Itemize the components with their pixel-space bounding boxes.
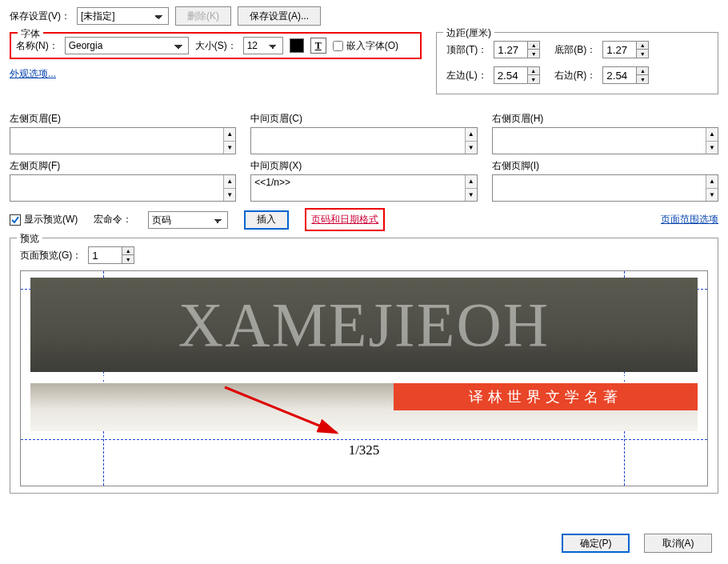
show-preview-checkbox[interactable]: 显示预览(W) (10, 213, 78, 226)
guide-horizontal (21, 439, 707, 440)
spin-up-icon[interactable]: ▲ (706, 128, 718, 142)
margin-right-spinner[interactable]: ▲▼ (602, 66, 649, 84)
font-size-select[interactable]: 12 (243, 37, 283, 54)
spin-down-icon[interactable]: ▼ (528, 50, 539, 58)
preview-footer-image: 译林世界文学名著 (30, 383, 698, 431)
preview-banner: 译林世界文学名著 (394, 383, 698, 410)
preview-canvas: XAMEJIEOH 译林世界文学名著 1/325 (20, 270, 708, 486)
center-header-input[interactable] (251, 128, 464, 154)
cancel-button[interactable]: 取消(A) (644, 534, 712, 553)
font-fieldset: 字体 名称(N)： Georgia 大小(S)： 12 T 嵌入字体(O) (10, 32, 422, 59)
embed-font-checkbox[interactable]: 嵌入字体(O) (333, 39, 398, 53)
spin-down-icon[interactable]: ▼ (122, 255, 134, 263)
preview-header-image: XAMEJIEOH (30, 278, 698, 372)
left-header-input[interactable] (10, 128, 223, 154)
right-footer-input[interactable] (493, 175, 706, 201)
spin-up-icon[interactable]: ▲ (637, 42, 648, 50)
spin-down-icon[interactable]: ▼ (637, 75, 648, 83)
right-header-input[interactable] (493, 128, 706, 154)
macro-select[interactable]: 页码 (148, 211, 228, 229)
margin-left-label: 左边(L)： (446, 69, 487, 82)
dialog-buttons: 确定(P) 取消(A) (562, 534, 712, 553)
preview-legend: 预览 (17, 232, 42, 246)
center-footer-input[interactable] (251, 175, 464, 201)
margin-right-label: 右边(R)： (554, 69, 597, 82)
margin-bottom-spinner[interactable]: ▲▼ (602, 41, 649, 58)
center-header-label: 中间页眉(C) (250, 112, 477, 126)
save-settings-select[interactable]: [未指定] (77, 7, 169, 25)
page-preview-spinner[interactable]: ▲▼ (88, 246, 134, 264)
spin-down-icon[interactable]: ▼ (706, 142, 718, 154)
spin-down-icon[interactable]: ▼ (466, 189, 477, 202)
spin-down-icon[interactable]: ▼ (466, 142, 477, 154)
insert-button[interactable]: 插入 (244, 210, 289, 230)
preview-page-number: 1/325 (21, 442, 707, 458)
page-date-format-link[interactable]: 页码和日期格式 (311, 214, 378, 225)
font-name-label: 名称(N)： (16, 39, 58, 53)
spin-down-icon[interactable]: ▼ (706, 189, 718, 202)
margins-legend: 边距(厘米) (443, 26, 494, 40)
margin-bottom-label: 底部(B)： (554, 43, 596, 57)
spin-down-icon[interactable]: ▼ (224, 189, 235, 202)
spin-up-icon[interactable]: ▲ (122, 247, 134, 255)
spin-up-icon[interactable]: ▲ (224, 128, 235, 142)
left-footer-input[interactable] (10, 175, 223, 201)
margins-fieldset: 边距(厘米) 顶部(T)： ▲▼ 底部(B)： ▲▼ 左边(L)： (436, 32, 718, 94)
spin-up-icon[interactable]: ▲ (466, 128, 477, 142)
right-footer-label: 右侧页脚(I) (492, 159, 718, 173)
spin-up-icon[interactable]: ▲ (528, 67, 539, 75)
spin-up-icon[interactable]: ▲ (528, 42, 539, 50)
page-preview-label: 页面预览(G)： (20, 249, 82, 262)
font-legend: 字体 (18, 27, 43, 41)
checkbox-checked-icon (10, 214, 21, 226)
page-range-options-link[interactable]: 页面范围选项 (661, 213, 718, 226)
ok-button[interactable]: 确定(P) (562, 534, 630, 553)
spin-up-icon[interactable]: ▲ (224, 175, 235, 189)
appearance-options-link[interactable]: 外观选项... (10, 68, 56, 79)
save-settings-row: 保存设置(V)： [未指定] 删除(K) 保存设置(A)... (10, 6, 718, 26)
save-settings-label: 保存设置(V)： (10, 10, 70, 23)
right-header-label: 右侧页眉(H) (492, 112, 718, 126)
margin-left-spinner[interactable]: ▲▼ (494, 66, 540, 84)
underline-icon[interactable]: T (310, 38, 326, 54)
left-footer-label: 左侧页脚(F) (10, 159, 236, 173)
delete-button: 删除(K) (175, 6, 231, 26)
font-name-select[interactable]: Georgia (65, 37, 189, 54)
spin-up-icon[interactable]: ▲ (706, 175, 718, 189)
center-footer-label: 中间页脚(X) (250, 159, 477, 173)
spin-up-icon[interactable]: ▲ (637, 67, 648, 75)
font-color-swatch[interactable] (290, 38, 304, 53)
save-as-button[interactable]: 保存设置(A)... (238, 6, 321, 26)
margin-top-label: 顶部(T)： (446, 43, 487, 57)
spin-up-icon[interactable]: ▲ (466, 175, 477, 189)
left-header-label: 左侧页眉(E) (10, 112, 236, 126)
spin-down-icon[interactable]: ▼ (528, 75, 539, 83)
spin-down-icon[interactable]: ▼ (224, 142, 235, 154)
spin-down-icon[interactable]: ▼ (637, 50, 648, 58)
macro-label: 宏命令： (94, 213, 132, 226)
margin-top-spinner[interactable]: ▲▼ (494, 41, 540, 58)
preview-fieldset: 预览 页面预览(G)： ▲▼ XAMEJIEOH 译林世界文学名著 1/325 (10, 238, 718, 494)
preview-header-text: XAMEJIEOH (178, 289, 550, 361)
font-size-label: 大小(S)： (195, 39, 237, 53)
tear-edge (30, 372, 698, 380)
